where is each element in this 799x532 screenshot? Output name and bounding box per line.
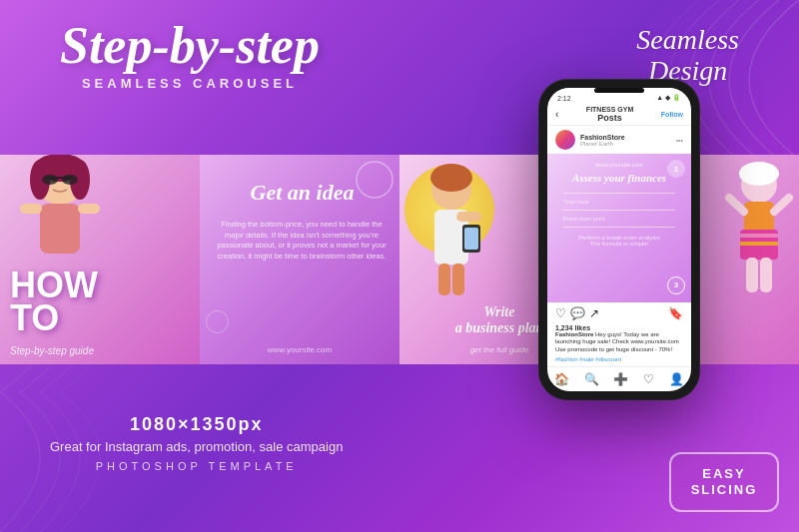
phone-time: 2:12 bbox=[557, 95, 571, 102]
svg-line-29 bbox=[774, 198, 789, 212]
carousel-panel-1: HOWTO Step-by-step guide bbox=[0, 155, 200, 364]
svg-rect-18 bbox=[438, 264, 450, 295]
ig-slide-content: 1 www.yoursite.com Assess your finances … bbox=[547, 154, 691, 302]
svg-rect-17 bbox=[456, 212, 481, 222]
ig-slide-url: www.yoursite.com bbox=[555, 162, 683, 168]
bottom-info-section: 1080×1350px Great for Instagram ads, pro… bbox=[50, 414, 343, 472]
subtitle: SEAMLESS CAROUSEL bbox=[60, 76, 320, 91]
how-to-label: HOWTO bbox=[10, 269, 98, 334]
svg-point-4 bbox=[42, 175, 58, 185]
ig-divider-2 bbox=[563, 210, 675, 211]
ig-header-center: FITNESS GYM Posts bbox=[586, 106, 633, 123]
carousel-panel-2: Get an idea Finding the bottom-price, yo… bbox=[200, 155, 400, 364]
svg-rect-16 bbox=[464, 228, 478, 250]
svg-rect-6 bbox=[45, 177, 73, 179]
ig-more-icon: ••• bbox=[676, 137, 683, 144]
ig-profile-name: FashionStore bbox=[580, 134, 625, 141]
ig-field-1: Total costs bbox=[563, 199, 675, 205]
ig-assess-title: Assess your finances bbox=[555, 172, 683, 184]
ig-nav-heart[interactable]: ♡ bbox=[643, 372, 654, 386]
header-section: Step-by-step SEAMLESS CAROUSEL bbox=[60, 20, 320, 91]
svg-rect-26 bbox=[740, 234, 778, 238]
phone-screen: 2:12 ▲ ◆ 🔋 ‹ FITNESS GYM Posts Follow bbox=[547, 88, 691, 391]
template-label: PHOTOSHOP TEMPLATE bbox=[50, 460, 343, 472]
panel2-url: www.yoursite.com bbox=[200, 345, 400, 354]
ig-header: ‹ FITNESS GYM Posts Follow bbox=[547, 104, 691, 126]
person-svg-3 bbox=[414, 160, 489, 299]
panel3-person bbox=[414, 160, 489, 299]
svg-rect-30 bbox=[746, 258, 758, 292]
svg-rect-27 bbox=[740, 242, 778, 246]
ig-gym-name: FITNESS GYM bbox=[586, 106, 633, 113]
ig-nav-home[interactable]: 🏠 bbox=[554, 372, 569, 386]
svg-point-23 bbox=[739, 162, 779, 186]
circle-deco-2b bbox=[205, 309, 230, 334]
main-title: Step-by-step bbox=[60, 20, 320, 72]
panel1-person bbox=[5, 155, 115, 269]
ig-nav-profile[interactable]: 👤 bbox=[669, 372, 684, 386]
ig-nav-add[interactable]: ➕ bbox=[613, 372, 628, 386]
ig-nav-search[interactable]: 🔍 bbox=[584, 372, 599, 386]
ig-divider-3 bbox=[563, 227, 675, 228]
ig-avatar bbox=[555, 130, 575, 150]
easy-slicing-badge: EASY SLicing bbox=[669, 452, 779, 512]
ig-breakeven-text: Perform a break-even analysis The formul… bbox=[555, 235, 683, 247]
seamless-design-badge: Seamless Design bbox=[636, 25, 739, 87]
svg-line-28 bbox=[729, 198, 744, 212]
step-guide-label: Step-by-step guide bbox=[10, 345, 94, 356]
ig-actions-bar: ♡ 💬 ↗ 🔖 bbox=[547, 302, 691, 324]
ig-heart-icon: ♡ bbox=[555, 306, 566, 320]
ig-comment-icon: 💬 bbox=[570, 306, 585, 320]
svg-rect-9 bbox=[78, 204, 100, 214]
svg-point-13 bbox=[430, 164, 472, 192]
person-svg-1 bbox=[5, 155, 115, 269]
ig-hashtags: #fashion #sale #discount bbox=[547, 356, 691, 366]
easy-slicing-text: EASY SLicing bbox=[691, 466, 758, 497]
promo-description: Great for Instagram ads, promotion, sale… bbox=[50, 439, 343, 454]
panel4-person bbox=[724, 160, 794, 299]
ig-share-icon: ↗ bbox=[589, 306, 599, 320]
get-idea-title: Get an idea bbox=[215, 180, 390, 206]
svg-point-11 bbox=[207, 311, 229, 333]
ig-bookmark-icon: 🔖 bbox=[668, 306, 683, 320]
svg-rect-19 bbox=[452, 264, 464, 295]
back-arrow-icon: ‹ bbox=[555, 109, 558, 120]
ig-field-2: Break-even point bbox=[563, 216, 675, 222]
ig-caption-user: FashionStore bbox=[555, 331, 593, 337]
ig-follow-button[interactable]: Follow bbox=[661, 111, 683, 118]
svg-rect-7 bbox=[40, 204, 80, 254]
phone-mockup: 2:12 ▲ ◆ 🔋 ‹ FITNESS GYM Posts Follow bbox=[539, 80, 699, 399]
status-icons: ▲ ◆ 🔋 bbox=[656, 94, 681, 102]
svg-rect-31 bbox=[760, 258, 772, 292]
ig-profile-info: FashionStore Planet Earth bbox=[580, 134, 625, 147]
ig-caption: FashionStore Hey guys! Today we are laun… bbox=[547, 331, 691, 356]
ig-likes-count: 1,234 likes bbox=[547, 324, 691, 331]
ig-slide-badge-1: 1 bbox=[667, 160, 685, 178]
get-idea-body: Finding the bottom-price, you need to ha… bbox=[212, 220, 392, 262]
svg-rect-8 bbox=[20, 204, 42, 214]
ig-carousel-slide: 1 www.yoursite.com Assess your finances … bbox=[547, 154, 691, 302]
ig-bottom-nav: 🏠 🔍 ➕ ♡ 👤 bbox=[547, 366, 691, 391]
background: Step-by-step SEAMLESS CAROUSEL Seamless … bbox=[0, 0, 799, 532]
ig-divider-1 bbox=[563, 193, 675, 194]
ig-profile-row: FashionStore Planet Earth ••• bbox=[547, 126, 691, 154]
dimensions-label: 1080×1350px bbox=[50, 414, 343, 435]
person-svg-4 bbox=[724, 160, 794, 299]
ig-slide-badge-3: 3 bbox=[667, 276, 685, 294]
phone-outer-shell: 2:12 ▲ ◆ 🔋 ‹ FITNESS GYM Posts Follow bbox=[539, 80, 699, 399]
svg-point-5 bbox=[62, 175, 78, 185]
ig-profile-sub: Planet Earth bbox=[580, 141, 625, 147]
phone-notch bbox=[594, 88, 644, 93]
ig-posts-label: Posts bbox=[586, 113, 633, 123]
seamless-design-text: Seamless Design bbox=[636, 25, 739, 87]
